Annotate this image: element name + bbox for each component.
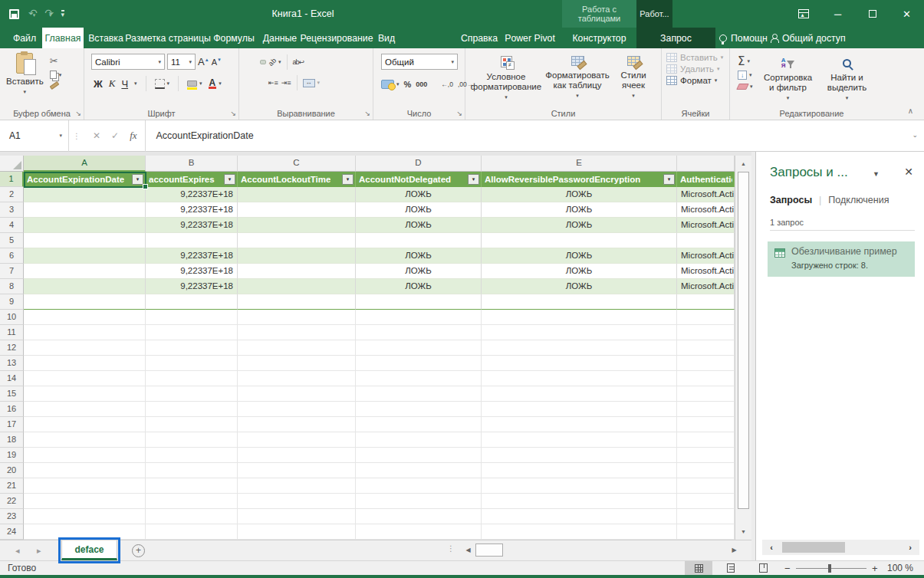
decrease-indent-icon[interactable]: ⇤≡ [268, 79, 278, 87]
tab-view[interactable]: Вид [373, 28, 400, 48]
row-header-4[interactable]: 4 [0, 218, 24, 233]
cell-F8[interactable]: Microsoft.Acti [677, 279, 735, 294]
formula-content[interactable]: AccountExpirationDate [146, 130, 265, 141]
panel-tab-connections[interactable]: Подключения [828, 195, 889, 205]
cell-F16[interactable] [677, 402, 735, 417]
tab-data[interactable]: Данные [259, 28, 301, 48]
cell-D3[interactable]: ЛОЖЬ [356, 202, 482, 218]
cell-B18[interactable] [146, 432, 238, 448]
cell-E5[interactable] [482, 233, 677, 248]
cell-D20[interactable] [356, 463, 482, 478]
cell-B2[interactable]: 9,22337E+18 [146, 187, 238, 202]
cell-E10[interactable] [482, 310, 677, 325]
row-header-14[interactable]: 14 [0, 371, 24, 386]
column-header-A[interactable]: A [24, 156, 146, 172]
cell-E18[interactable] [482, 432, 677, 448]
row-header-23[interactable]: 23 [0, 509, 24, 524]
cell-F14[interactable] [677, 371, 735, 386]
cell-B6[interactable]: 9,22337E+18 [146, 248, 238, 264]
cell-A18[interactable] [24, 432, 146, 448]
row-header-20[interactable]: 20 [0, 463, 24, 478]
cell-A3[interactable] [24, 202, 146, 218]
comma-style-button[interactable]: 000 [416, 80, 427, 88]
cell-A14[interactable] [24, 371, 146, 386]
cell-B4[interactable]: 9,22337E+18 [146, 218, 238, 233]
cell-B3[interactable]: 9,22337E+18 [146, 202, 238, 218]
cell-B7[interactable]: 9,22337E+18 [146, 264, 238, 279]
cell-C15[interactable] [238, 386, 356, 402]
row-header-1[interactable]: 1 [0, 172, 24, 187]
panel-horizontal-scrollbar[interactable]: ‹ › [762, 540, 919, 555]
ribbon-display-options-button[interactable] [786, 0, 820, 28]
cell-A20[interactable] [24, 463, 146, 478]
sheet-nav-left-icon[interactable]: ◂ [15, 546, 20, 556]
panel-scrollbar-thumb[interactable] [782, 542, 845, 553]
number-format-combo[interactable]: Общий▾ [381, 54, 458, 70]
name-box-splitter[interactable]: ⋮ [69, 132, 85, 140]
tab-query[interactable]: Запрос [636, 28, 715, 48]
cell-E8[interactable]: ЛОЖЬ [482, 279, 677, 294]
filter-button-E[interactable]: ▾ [663, 174, 675, 185]
cell-C11[interactable] [238, 325, 356, 340]
normal-view-button[interactable] [685, 561, 712, 575]
zoom-slider-thumb[interactable] [828, 564, 831, 573]
cell-C17[interactable] [238, 417, 356, 432]
cell-E4[interactable]: ЛОЖЬ [482, 218, 677, 233]
cell-C12[interactable] [238, 340, 356, 356]
cell-C24[interactable] [238, 524, 356, 540]
row-header-24[interactable]: 24 [0, 524, 24, 540]
cell-E15[interactable] [482, 386, 677, 402]
accounting-format-button[interactable]: ▾ [381, 80, 400, 89]
cell-C14[interactable] [238, 371, 356, 386]
zoom-in-icon[interactable]: + [872, 563, 878, 574]
cell-C10[interactable] [238, 310, 356, 325]
delete-cells-button[interactable]: Удалить ▾ [666, 64, 729, 74]
fill-color-button[interactable]: ▾ [187, 80, 202, 87]
cell-A17[interactable] [24, 417, 146, 432]
row-header-13[interactable]: 13 [0, 356, 24, 371]
cell-E3[interactable]: ЛОЖЬ [482, 202, 677, 218]
format-painter-icon[interactable] [49, 81, 59, 90]
cell-D8[interactable]: ЛОЖЬ [356, 279, 482, 294]
tab-review[interactable]: Рецензирование [301, 28, 373, 48]
cell-A16[interactable] [24, 402, 146, 417]
wrap-text-button[interactable]: ab↩ [293, 58, 304, 66]
cell-B8[interactable]: 9,22337E+18 [146, 279, 238, 294]
fill-button[interactable]: ↓▾ [738, 71, 753, 80]
panel-scroll-right-icon[interactable]: › [901, 543, 919, 552]
cell-A21[interactable] [24, 478, 146, 494]
cell-E22[interactable] [482, 494, 677, 509]
cell-D13[interactable] [356, 356, 482, 371]
clipboard-dialog-launcher-icon[interactable]: ↘ [75, 110, 81, 117]
cell-F19[interactable] [677, 448, 735, 463]
cell-D18[interactable] [356, 432, 482, 448]
find-select-button[interactable]: Найти и выделить ▾ [824, 54, 871, 103]
cell-B14[interactable] [146, 371, 238, 386]
align-bottom-button[interactable] [261, 61, 265, 64]
panel-tab-queries[interactable]: Запросы [770, 195, 812, 205]
cell-F3[interactable]: Microsoft.Acti [677, 202, 735, 218]
zoom-level[interactable]: 100 % [887, 563, 913, 573]
bold-button[interactable]: Ж [94, 78, 103, 90]
paste-button[interactable]: Вставить ▾ [6, 53, 44, 97]
cell-A12[interactable] [24, 340, 146, 356]
insert-function-icon[interactable]: fx [130, 130, 136, 142]
cell-D17[interactable] [356, 417, 482, 432]
column-header-E[interactable]: E [482, 156, 677, 172]
cell-D6[interactable]: ЛОЖЬ [356, 248, 482, 264]
cell-C20[interactable] [238, 463, 356, 478]
customize-qat-icon[interactable]: ▾ [61, 10, 65, 18]
cut-icon[interactable]: ✂ [50, 56, 62, 66]
format-cells-button[interactable]: Формат ▾ [666, 76, 729, 85]
cell-D24[interactable] [356, 524, 482, 540]
cell-A23[interactable] [24, 509, 146, 524]
decrease-font-size-icon[interactable]: A▼ [212, 57, 222, 67]
clear-button[interactable]: ▾ [738, 84, 753, 90]
row-header-21[interactable]: 21 [0, 478, 24, 494]
share-button[interactable]: Общий доступ [770, 28, 846, 48]
increase-decimal-icon[interactable]: ←,0 [441, 81, 453, 88]
table-header-cell-C1[interactable]: AccountLockoutTime▾ [238, 172, 356, 187]
cell-A19[interactable] [24, 448, 146, 463]
cell-B10[interactable] [146, 310, 238, 325]
cell-D4[interactable]: ЛОЖЬ [356, 218, 482, 233]
